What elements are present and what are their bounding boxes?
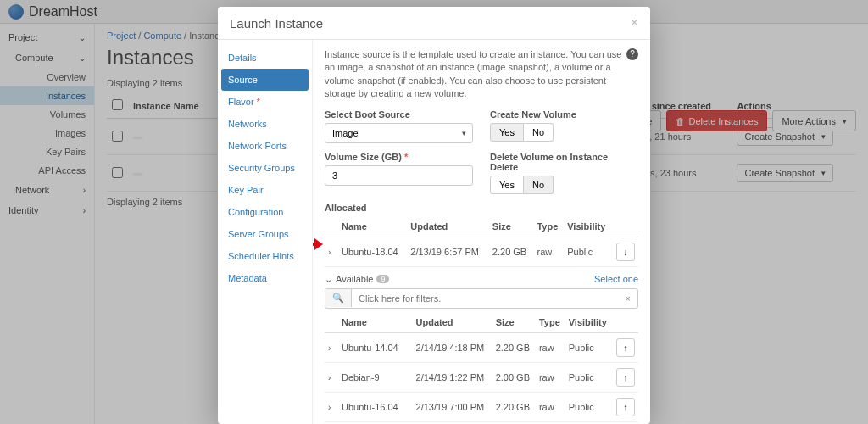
available-count-badge: 9	[376, 275, 389, 283]
modal-nav-metadata[interactable]: Metadata	[218, 267, 312, 289]
modal-nav-flavor[interactable]: Flavor *	[218, 91, 312, 113]
add-button[interactable]: ↑	[616, 338, 635, 357]
add-button[interactable]: ↑	[616, 398, 635, 416]
cell-type: raw	[536, 392, 565, 421]
create-volume-label: Create New Volume	[490, 109, 638, 120]
allocated-row: ›Ubuntu-18.042/13/19 6:57 PM2.20 GBrawPu…	[325, 237, 638, 266]
delete-volume-yes[interactable]: Yes	[490, 176, 524, 194]
allocated-table: Name Updated Size Type Visibility ›Ubunt…	[325, 216, 638, 267]
cell-name: Ubuntu-14.04	[338, 332, 413, 362]
help-icon[interactable]: ?	[626, 48, 638, 60]
create-volume-yes[interactable]: Yes	[490, 123, 524, 142]
modal-title: Launch Instance	[230, 16, 323, 31]
cell-name: Debian-9	[338, 362, 413, 392]
cell-type: raw	[536, 332, 565, 362]
available-row: ›Ubuntu-14.042/14/19 4:18 PM2.20 GBrawPu…	[325, 332, 638, 362]
boot-source-select[interactable]: Image	[325, 123, 473, 143]
col-size: Size	[489, 216, 534, 237]
cell-name: Ubuntu-16.04	[338, 392, 413, 421]
cell-size: 2.20 GB	[492, 332, 536, 362]
allocated-label: Allocated	[325, 203, 638, 213]
add-button[interactable]: ↑	[616, 368, 635, 387]
chevron-right-icon[interactable]: ›	[328, 373, 331, 382]
available-row: ›Ubuntu-16.042/13/19 7:00 PM2.20 GBrawPu…	[325, 392, 638, 421]
cell-size: 2.00 GB	[492, 362, 536, 392]
create-volume-no[interactable]: No	[524, 123, 554, 142]
available-label[interactable]: ⌄Available 9	[325, 274, 389, 285]
remove-button[interactable]: ↓	[616, 243, 635, 261]
cell-type: raw	[536, 362, 565, 392]
available-row: ›Debian-92/14/19 1:22 PM2.00 GBrawPublic…	[325, 362, 638, 392]
col-visibility: Visibility	[565, 312, 613, 333]
filter-bar: 🔍 ×	[325, 288, 638, 309]
create-volume-toggle: Yes No	[490, 123, 638, 142]
search-icon: 🔍	[326, 289, 352, 307]
delete-volume-no[interactable]: No	[524, 176, 554, 194]
col-visibility: Visibility	[564, 216, 613, 237]
cell: Ubuntu-18.04	[338, 237, 407, 266]
modal-nav-security-groups[interactable]: Security Groups	[218, 157, 312, 179]
volume-size-input[interactable]	[325, 165, 473, 186]
col-size: Size	[492, 312, 536, 333]
cell: 2.20 GB	[489, 237, 534, 266]
modal-nav: DetailsSourceFlavor *NetworksNetwork Por…	[218, 40, 313, 424]
cell-size: 2.20 GB	[492, 392, 536, 421]
filter-input[interactable]	[352, 289, 619, 308]
modal-nav-networks[interactable]: Networks	[218, 113, 312, 135]
modal-nav-details[interactable]: Details	[218, 47, 312, 69]
cell: Public	[564, 237, 613, 266]
col-name: Name	[338, 216, 407, 237]
chevron-right-icon[interactable]: ›	[328, 248, 331, 257]
cell: 2/13/19 6:57 PM	[407, 237, 489, 266]
cell-updated: 2/14/19 4:18 PM	[413, 332, 492, 362]
modal-nav-configuration[interactable]: Configuration	[218, 201, 312, 223]
col-type: Type	[536, 312, 565, 333]
cell-vis: Public	[565, 392, 613, 421]
cell-updated: 2/14/19 1:22 PM	[413, 362, 492, 392]
annotation-arrow	[313, 238, 323, 250]
volume-size-label: Volume Size (GB) *	[325, 152, 473, 162]
col-updated: Updated	[413, 312, 492, 333]
col-updated: Updated	[407, 216, 489, 237]
launch-instance-modal: Launch Instance × DetailsSourceFlavor *N…	[218, 7, 650, 424]
col-type: Type	[533, 216, 564, 237]
cell-updated: 2/13/19 7:00 PM	[413, 392, 492, 421]
chevron-right-icon[interactable]: ›	[328, 403, 331, 412]
delete-volume-label: Delete Volume on Instance Delete	[490, 152, 638, 172]
source-description: Instance source is the template used to …	[325, 48, 638, 101]
select-one-link[interactable]: Select one	[594, 274, 638, 284]
col-name: Name	[338, 312, 413, 333]
modal-nav-scheduler-hints[interactable]: Scheduler Hints	[218, 245, 312, 267]
cell-vis: Public	[565, 332, 613, 362]
modal-nav-network-ports[interactable]: Network Ports	[218, 135, 312, 157]
cell-vis: Public	[565, 362, 613, 392]
clear-filter-icon[interactable]: ×	[619, 290, 637, 307]
chevron-down-icon: ⌄	[325, 274, 332, 285]
boot-source-label: Select Boot Source	[325, 109, 473, 120]
modal-nav-server-groups[interactable]: Server Groups	[218, 223, 312, 245]
modal-source-panel: Instance source is the template used to …	[313, 40, 650, 424]
chevron-right-icon[interactable]: ›	[328, 343, 331, 353]
close-icon[interactable]: ×	[631, 15, 638, 31]
modal-nav-key-pair[interactable]: Key Pair	[218, 179, 312, 201]
cell: raw	[533, 237, 564, 266]
delete-volume-toggle: Yes No	[490, 176, 638, 194]
available-table: Name Updated Size Type Visibility ›Ubunt…	[325, 312, 638, 424]
modal-nav-source[interactable]: Source	[221, 69, 309, 91]
